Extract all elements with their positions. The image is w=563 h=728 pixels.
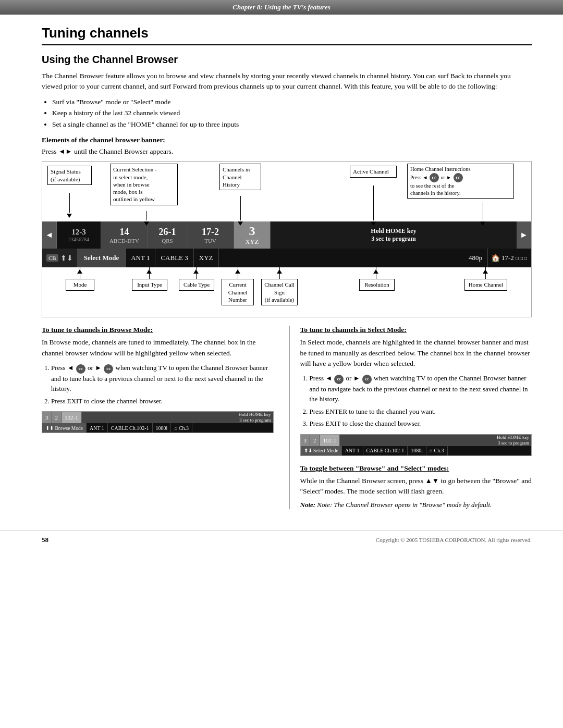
active-channel-label: Active Channel [350,166,397,177]
mini-sel-cable: CABLE Ch.102-1 [363,446,408,455]
home-channel-label: Home Channel [464,279,507,290]
arrowhead-cable-up [193,267,199,276]
channel-browser-diagram: Signal Status(if available) Current Sele… [42,161,532,317]
browse-step-1: Press ◄ cc or ► cc when watching TV to o… [51,363,274,394]
select-step-2: Press ENTER to tune to the channel you w… [310,406,532,417]
resolution-label: Resolution [359,279,395,290]
cable-type-label: Cable Type [179,279,214,290]
mini-sel-home: ⌂ Ch.3 [426,446,448,455]
list-item: Surf via "Browse" mode or "Select" mode [52,96,532,108]
banner-right-arrow[interactable]: ► [517,221,531,249]
page-header: Chapter 8: Using the TV's features [0,0,563,15]
toggle-title: To toggle between "Browse" and "Select" … [300,464,532,473]
mini-browse-status: ⬆⬇ Browse Mode ANT 1 CABLE Ch.102-1 1080… [42,423,273,433]
mini-sel-ant: ANT 1 [342,446,363,455]
signal-status-label: Signal Status(if available) [47,166,92,185]
channel-banner: ◄ 12-3 23456784 14 ABCD-DTV 26-1 QRS 17-… [42,221,531,249]
browse-mode-intro: In Browse mode, channels are tuned to im… [42,337,274,359]
arrow-home-instructions [483,202,483,220]
copyright: Copyright © 2005 TOSHIBA CORPORATION. Al… [376,537,532,543]
top-labels-area: Signal Status(if available) Current Sele… [42,162,531,221]
input-type-indicator: ANT 1 [126,249,155,267]
arrowhead-home-instructions [480,219,485,228]
input-type-label: Input Type [132,279,167,290]
mini-home: ⌂ Ch.3 [171,423,192,433]
mini-sel-hold: Hold HOME key3 sec to program [495,435,531,446]
mini-hold-text: Hold HOME key3 sec to program [237,412,273,423]
mini-sel-res: 1080i [408,446,426,455]
mini-browse-mode: ⬆⬇ Browse Mode [42,423,87,433]
mini-sel-mode: ⬆⬇ Select Mode [301,446,342,455]
chapter-title: Tuning channels [42,25,532,45]
mini-sel-ch-102: 102-1 [320,435,340,446]
arrowhead-channel-num-up [235,267,240,276]
channel-cell-2: 14 ABCD-DTV [101,221,148,249]
channel-cell-3: 26-1 QRS [148,221,187,249]
mini-select-browser: 3 2 102-1 Hold HOME key3 sec to program … [300,434,532,456]
home-instructions-label: Home Channel Instructions Press ◄ cc or … [407,164,514,199]
cable-type-indicator: CABLE 3 [155,249,193,267]
arrow-signal [69,193,70,213]
mini-browse-banner: 3 2 102-1 Hold HOME key3 sec to program [42,412,273,423]
chapter-label: Chapter 8: Using the TV's features [232,3,330,11]
arrowhead-current [144,219,149,228]
channel-cell-1: 12-3 23456784 [57,221,101,249]
two-column-section: To tune to channels in Browse Mode: In B… [42,326,532,509]
arrowhead-active [371,219,376,228]
list-item: Set a single channel as the "HOME" chann… [52,119,532,130]
mini-cable: CABLE Ch.102-1 [108,423,153,433]
select-steps: Press ◄ cc or ► cc when watching TV to o… [310,373,532,429]
arrowhead-mode-up [77,267,82,276]
arrow-active [373,186,374,220]
toggle-text: While in the Channel Browser screen, pre… [300,476,532,497]
section-title: Using the Channel Browser [42,54,532,66]
elements-title: Elements of the channel browser banner: [42,136,532,144]
arrow-history [240,196,241,220]
browse-mode-section: To tune to channels in Browse Mode: In B… [42,326,274,509]
page-number: 58 [42,536,48,544]
arrowhead-call-sign-up [277,267,282,276]
channel-call-sign: XYZ [194,249,219,267]
intro-text: The Channel Browser feature allows you t… [42,71,532,92]
arrowhead-home-up [483,267,488,276]
select-step-1: Press ◄ cc or ► cc when watching TV to o… [310,373,532,404]
current-selection-label: Current Selection -in select mode,when i… [110,164,178,205]
mini-browse-browser: 3 2 102-1 Hold HOME key3 sec to program … [42,411,274,433]
status-bar: CB ⬆⬇ Select Mode ANT 1 CABLE 3 XYZ 480p… [42,249,531,267]
note-content: Note: The Channel Browser opens in "Brow… [317,501,492,509]
bottom-labels-area: Mode Input Type Cable Type CurrentChanne… [42,267,531,317]
arrowhead-history [238,219,243,228]
mini-ant: ANT 1 [87,423,108,433]
select-mode-indicator: Select Mode [78,249,126,267]
select-mode-intro: In Select mode, channels are highlighted… [300,337,532,369]
channel-call-sign-label: Channel CallSign(if available) [261,279,298,305]
arrowhead-resolution-up [373,267,378,276]
select-step-3: Press EXIT to close the channel browser. [310,418,532,429]
resolution-indicator: 480p [463,249,488,267]
arrowhead-input-up [146,267,152,276]
browse-mode-title: To tune to channels in Browse Mode: [42,326,274,334]
mode-label: Mode [66,279,94,290]
mini-ch-3: 3 [42,412,52,423]
browse-steps: Press ◄ cc or ► cc when watching TV to o… [51,363,274,406]
list-item: Keep a history of the last 32 channels v… [52,107,532,119]
select-mode-title: To tune to channels in Select Mode: [300,326,532,334]
mini-res: 1080i [153,423,172,433]
banner-left-arrow[interactable]: ◄ [42,221,57,249]
note-text: Note: Note: The Channel Browser opens in… [300,501,532,509]
mini-select-status: ⬆⬇ Select Mode ANT 1 CABLE Ch.102-1 1080… [301,446,532,455]
home-channel-indicator: 🏠 17-2 □□□ [488,249,531,267]
cb-icon: CB ⬆⬇ [42,249,78,267]
browse-step-2: Press EXIT to close the channel browser. [51,396,274,406]
channels-history-label: Channels inChannelHistory [219,164,261,190]
current-channel-label: CurrentChannelNumber [222,279,254,305]
mini-ch-2: 2 [52,412,62,423]
feature-list: Surf via "Browse" mode or "Select" mode … [52,96,532,130]
mini-select-banner: 3 2 102-1 Hold HOME key3 sec to program [301,435,532,446]
arrowhead-signal [67,212,72,220]
mini-sel-ch-2: 2 [310,435,320,446]
toggle-section: To toggle between "Browse" and "Select" … [300,464,532,510]
page-footer: 58 Copyright © 2005 TOSHIBA CORPORATION.… [0,530,563,549]
mini-sel-ch-3: 3 [301,435,311,446]
press-instruction: Press ◄► until the Channel Browser appea… [42,147,532,156]
